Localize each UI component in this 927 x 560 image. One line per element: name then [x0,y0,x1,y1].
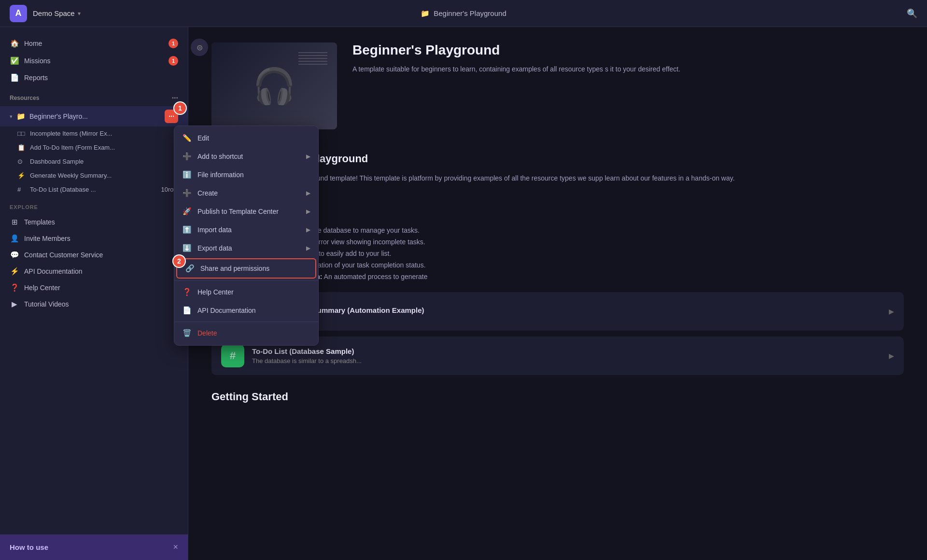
banner-close-button[interactable]: × [173,542,178,552]
export-arrow-icon: ▶ [306,245,310,252]
sidebar-item-help[interactable]: ❓ Help Center [0,280,188,296]
explore-section: Explore ⊞ Templates 👤 Invite Members 💬 C… [0,196,188,316]
scroll-button[interactable]: ⊜ [191,39,208,56]
tree-item-label-addtodo: Add To-Do Item (Form Exam... [30,144,178,151]
sidebar-label-home: Home [24,40,42,47]
menu-item-file-info[interactable]: ℹ️ File information [174,166,318,184]
main-layout: 🏠 Home 1 ✅ Missions 1 📄 Reports Resource… [0,27,927,560]
missions-badge: 1 [169,56,178,66]
getting-started-title: Getting Started [211,391,904,403]
tree-item-addtodo[interactable]: 📋 Add To-Do Item (Form Exam... [0,140,188,154]
hero-title: Beginner's Playground [352,42,680,58]
menu-label-share: Share and permissions [200,265,269,272]
tree-item-todolist[interactable]: # To-Do List (Database ... 10row [0,182,188,196]
dashboard-icon: ⊙ [17,158,26,165]
topbar: A Demo Space ▾ 📁 Beginner's Playground 🔍 [0,0,927,27]
edit-icon: ✏️ [182,134,192,142]
automation-icon: ⚡ [17,172,26,179]
menu-label-delete: Delete [197,329,217,337]
contact-icon: 💬 [10,251,19,259]
sidebar-item-reports[interactable]: 📄 Reports [0,70,188,86]
menu-item-export[interactable]: ⬇️ Export data ▶ [174,239,318,257]
share-icon: 🔗 [185,264,195,273]
tree-item-incomplete[interactable]: □□ Incomplete Items (Mirror Ex... [0,126,188,140]
sidebar-label-help: Help Center [24,284,60,292]
space-name: Demo Space [33,9,75,17]
hero-section: 🎧 Beginner's Playground A template suita… [211,42,904,129]
sidebar-item-home[interactable]: 🏠 Home 1 [0,35,188,52]
reports-icon: 📄 [10,73,19,82]
search-button[interactable]: 🔍 [907,8,917,19]
delete-icon: 🗑️ [182,329,192,337]
menu-label-fileinfo: File information [197,171,244,179]
context-menu: ✏️ Edit ➕ Add to shortcut ▶ ℹ️ File info… [174,126,319,346]
menu-label-export: Export data [197,244,232,252]
create-icon: ➕ [182,189,192,197]
sidebar-item-missions[interactable]: ✅ Missions 1 [0,52,188,70]
menu-item-publish[interactable]: 🚀 Publish to Template Center ▶ [174,202,318,221]
card-arrow-icon: ▶ [889,308,894,315]
tree-item-label-generate: Generate Weekly Summary... [30,172,178,179]
missions-icon: ✅ [10,56,19,65]
menu-item-import[interactable]: ⬆️ Import data ▶ [174,221,318,239]
tree-item-generate[interactable]: ⚡ Generate Weekly Summary... [0,168,188,182]
help-center-icon: ❓ [182,288,192,296]
api-icon: ⚡ [10,267,19,276]
card-icon-database: # [221,344,244,367]
tree-chevron-icon: ▾ [10,113,13,120]
info-icon: ℹ️ [182,170,192,179]
sidebar: 🏠 Home 1 ✅ Missions 1 📄 Reports Resource… [0,27,188,560]
templates-icon: ⊞ [10,218,19,226]
create-arrow-icon: ▶ [306,190,310,196]
menu-item-delete[interactable]: 🗑️ Delete [174,324,318,342]
form-icon: 📋 [17,144,26,151]
app-logo: A [10,5,27,22]
space-selector[interactable]: Demo Space ▾ [33,9,81,17]
breadcrumb-title: Beginner's Playground [434,9,506,17]
sidebar-label-reports: Reports [24,74,48,82]
resources-label: Resources [10,95,39,101]
banner-text: How to use [10,543,48,551]
help-icon: ❓ [10,283,19,292]
scroll-icon: ⊜ [197,43,203,52]
database-icon: # [17,186,26,193]
sidebar-item-tutorial[interactable]: ▶ Tutorial Videos [0,296,188,312]
menu-label-helpcenter: Help Center [197,288,234,296]
menu-item-add-shortcut[interactable]: ➕ Add to shortcut ▶ [174,147,318,166]
menu-item-share[interactable]: 2 🔗 Share and permissions [176,258,316,279]
menu-label-import: Import data [197,226,232,234]
tree-parent-beginners[interactable]: ▾ 📁 Beginner's Playro... 1 ··· [0,106,188,126]
publish-icon: 🚀 [182,207,192,216]
hero-image: 🎧 [211,42,337,129]
sidebar-item-invite[interactable]: 👤 Invite Members [0,230,188,247]
resources-dots-button[interactable]: ··· [172,94,178,102]
menu-item-help-center[interactable]: ❓ Help Center [174,283,318,301]
menu-item-create[interactable]: ➕ Create ▶ [174,184,318,202]
breadcrumb-folder-icon: 📁 [421,9,430,18]
explore-label: Explore [0,204,188,214]
resources-header: Resources ··· [0,90,188,106]
menu-label-publish: Publish to Template Center [197,208,279,215]
sidebar-label-missions: Missions [24,57,50,65]
space-chevron-icon: ▾ [78,10,81,17]
tree-item-dashboard[interactable]: ⊙ Dashboard Sample [0,154,188,168]
import-icon: ⬆️ [182,225,192,234]
menu-item-edit[interactable]: ✏️ Edit [174,129,318,147]
tutorial-icon: ▶ [10,300,19,308]
hero-description: A template suitable for beginners to lea… [352,64,680,74]
menu-label-apidoc: API Documentation [197,307,256,314]
hero-text: Beginner's Playground A template suitabl… [352,42,680,129]
annotation-badge-2: 2 [172,254,186,268]
home-badge: 1 [169,39,178,48]
arrow-icon: ▶ [306,153,310,160]
shortcut-icon: ➕ [182,152,192,161]
sidebar-item-apidocs[interactable]: ⚡ API Documentation [0,263,188,280]
sidebar-item-contact[interactable]: 💬 Contact Customer Service [0,247,188,263]
headphones-icon: 🎧 [253,66,296,107]
menu-label-shortcut: Add to shortcut [197,153,243,160]
sidebar-item-templates[interactable]: ⊞ Templates [0,214,188,230]
card-title-todo: To-Do List (Database Sample) [252,347,881,355]
sheet-music-decoration [298,52,327,65]
menu-divider-2 [174,322,318,322]
menu-item-api-doc[interactable]: 📄 API Documentation [174,301,318,320]
